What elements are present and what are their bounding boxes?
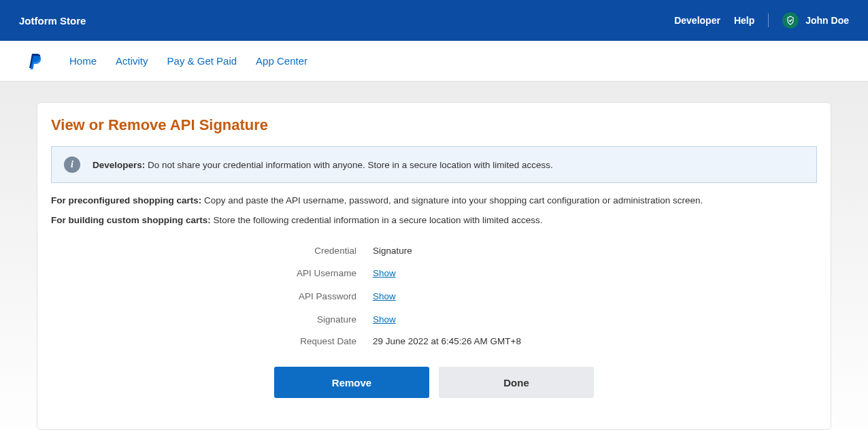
remove-button[interactable]: Remove bbox=[274, 367, 429, 398]
content-wrapper: View or Remove API Signature i Developer… bbox=[0, 82, 868, 430]
info-banner: i Developers: Do not share your credenti… bbox=[51, 146, 817, 183]
info-icon: i bbox=[64, 156, 80, 173]
user-section[interactable]: John Doe bbox=[782, 12, 849, 29]
instruction1-label: For preconfigured shopping carts: bbox=[51, 195, 201, 205]
request-date-value: 29 June 2022 at 6:45:26 AM GMT+8 bbox=[373, 336, 521, 346]
instruction2-label: For building custom shopping carts: bbox=[51, 215, 211, 225]
instruction-custom: For building custom shopping carts: Stor… bbox=[51, 215, 817, 225]
detail-row-api-password: API Password Show bbox=[51, 290, 817, 302]
developer-link[interactable]: Developer bbox=[674, 15, 720, 26]
instruction2-text: Store the following credential informati… bbox=[211, 215, 543, 225]
details-table: Credential Signature API Username Show A… bbox=[51, 246, 817, 346]
nav-bar: Home Activity Pay & Get Paid App Center bbox=[0, 41, 868, 82]
banner-text: Developers: Do not share your credential… bbox=[93, 160, 553, 170]
nav-activity[interactable]: Activity bbox=[116, 55, 148, 67]
instruction-preconfigured: For preconfigured shopping carts: Copy a… bbox=[51, 195, 817, 205]
main-card: View or Remove API Signature i Developer… bbox=[37, 102, 831, 430]
button-row: Remove Done bbox=[51, 367, 817, 398]
page-title: View or Remove API Signature bbox=[51, 116, 817, 134]
detail-row-api-username: API Username Show bbox=[51, 267, 817, 279]
request-date-label: Request Date bbox=[51, 336, 373, 346]
instruction1-text: Copy and paste the API username, passwor… bbox=[201, 195, 703, 205]
nav-app-center[interactable]: App Center bbox=[256, 55, 307, 67]
store-name: Jotform Store bbox=[19, 15, 86, 27]
credential-label: Credential bbox=[51, 246, 373, 256]
nav-pay[interactable]: Pay & Get Paid bbox=[167, 55, 237, 67]
nav-home[interactable]: Home bbox=[69, 55, 97, 67]
detail-row-credential: Credential Signature bbox=[51, 246, 817, 256]
api-username-label: API Username bbox=[51, 268, 373, 278]
top-right-section: Developer Help John Doe bbox=[674, 12, 849, 29]
top-bar: Jotform Store Developer Help John Doe bbox=[0, 0, 868, 41]
shield-icon bbox=[782, 12, 799, 29]
banner-label: Developers: bbox=[93, 160, 145, 170]
signature-label: Signature bbox=[51, 314, 373, 325]
api-password-show-link[interactable]: Show bbox=[373, 291, 396, 301]
help-link[interactable]: Help bbox=[734, 15, 754, 26]
paypal-logo-icon[interactable] bbox=[27, 52, 44, 71]
credential-value: Signature bbox=[373, 246, 412, 256]
api-username-show-link[interactable]: Show bbox=[373, 268, 396, 278]
signature-show-link[interactable]: Show bbox=[373, 314, 396, 325]
user-name: John Doe bbox=[805, 15, 849, 26]
detail-row-request-date: Request Date 29 June 2022 at 6:45:26 AM … bbox=[51, 336, 817, 346]
banner-body: Do not share your credential information… bbox=[145, 160, 553, 170]
api-password-label: API Password bbox=[51, 291, 373, 301]
divider bbox=[768, 14, 769, 27]
done-button[interactable]: Done bbox=[439, 367, 594, 398]
detail-row-signature: Signature Show bbox=[51, 313, 817, 325]
